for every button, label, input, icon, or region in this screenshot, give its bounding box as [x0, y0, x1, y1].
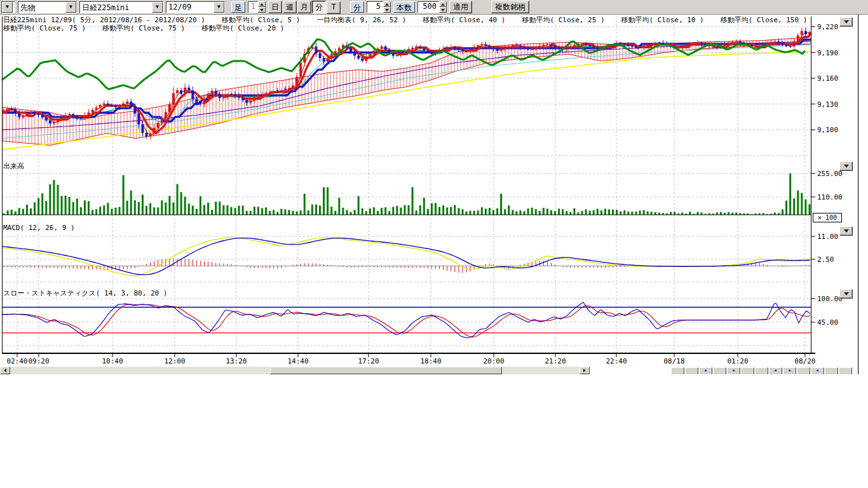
macd-panel-dropdown-button[interactable]	[839, 226, 853, 236]
price-panel-dropdown-button[interactable]	[839, 17, 853, 27]
chevron-down-icon	[844, 292, 849, 295]
svg-text:9,220: 9,220	[817, 23, 838, 31]
volume-multiplier-box: × 100	[813, 213, 842, 222]
svg-text:02:40: 02:40	[6, 357, 27, 365]
contract-month-value: 12/09	[166, 2, 214, 13]
mini-button[interactable]	[825, 367, 838, 374]
svg-text:22:40: 22:40	[606, 357, 627, 365]
period-button-T[interactable]: T	[327, 1, 341, 14]
chevron-down-icon	[844, 20, 849, 24]
legend-item: 移動平均( Close, 10 )	[621, 15, 704, 25]
svg-text:9,190: 9,190	[817, 49, 838, 57]
contract-month-select[interactable]: 12/09 ▼	[166, 1, 225, 13]
instrument-type-select[interactable]: 先物 ▼	[18, 1, 77, 13]
spin-up-icon[interactable]	[383, 1, 391, 7]
mini-button[interactable]: ▪	[783, 367, 796, 374]
minutes-value: 5	[367, 1, 383, 13]
svg-text:255.00: 255.00	[817, 170, 843, 178]
horizontal-scrollbar[interactable]	[0, 367, 590, 374]
legend-item: 移動平均( Close, 150 )	[721, 15, 808, 25]
scroll-right-button[interactable]	[580, 367, 590, 374]
chart-canvas[interactable]: 9,2209,1909,1609,1309,100255.00110.0011.…	[0, 0, 868, 381]
macd-series	[2, 237, 811, 276]
bottom-mini-toolbar: ▪▪▪▪▪	[671, 367, 868, 374]
volume-bars	[3, 173, 811, 215]
svg-text:08/18: 08/18	[663, 357, 684, 365]
spin-up-icon[interactable]	[258, 1, 266, 7]
period-button-週[interactable]: 週	[283, 1, 297, 13]
svg-text:110.00: 110.00	[817, 193, 843, 201]
svg-text:100.00: 100.00	[817, 295, 843, 303]
mini-button[interactable]	[755, 367, 768, 374]
arrow-left-icon	[4, 369, 6, 372]
scroll-track-right[interactable]	[502, 367, 580, 374]
scroll-left-button[interactable]	[0, 367, 10, 374]
svg-text:9,160: 9,160	[817, 74, 838, 83]
bars-count-label: 本数	[393, 1, 415, 13]
minutes-spinner[interactable]: 5	[367, 1, 391, 13]
mini-button[interactable]: ▪	[811, 367, 824, 374]
svg-text:12:00: 12:00	[164, 357, 185, 365]
svg-text:9,100: 9,100	[817, 126, 838, 134]
mini-button[interactable]	[671, 367, 684, 374]
svg-text:45.00: 45.00	[817, 318, 838, 327]
volume-panel-dropdown-button[interactable]	[839, 161, 853, 171]
multi-symbol-button[interactable]: 複数銘柄	[491, 1, 529, 13]
svg-text:17:20: 17:20	[358, 357, 379, 365]
spin-down-icon[interactable]	[383, 7, 391, 13]
bars-count-value: 500	[417, 1, 439, 13]
arrow-right-icon	[583, 369, 586, 372]
svg-text:10:40: 10:40	[102, 357, 123, 365]
spin-down-icon[interactable]	[258, 7, 266, 13]
spin-up-icon[interactable]	[439, 1, 447, 7]
toolbar: ▼ 先物 ▼ 日経225mini ▼ 12/09 ▼ 足 1 日週月分T 分 5…	[0, 0, 868, 15]
mini-button[interactable]	[741, 367, 754, 374]
mini-button[interactable]	[685, 367, 698, 374]
svg-text:20:00: 20:00	[483, 357, 504, 365]
scroll-track-left[interactable]	[10, 367, 270, 374]
svg-text:08/20: 08/20	[794, 357, 815, 365]
legend-item: 移動平均( Close, 25 )	[522, 15, 604, 25]
svg-text:09:20: 09:20	[28, 357, 49, 365]
volume-panel-label: 出来高	[3, 161, 24, 171]
legend-item: 移動平均( Close, 75 )	[102, 24, 185, 33]
svg-text:21:20: 21:20	[545, 357, 566, 365]
mini-dropdown[interactable]: ▼	[1, 1, 15, 13]
chevron-down-icon[interactable]: ▼	[214, 2, 224, 13]
svg-text:01:20: 01:20	[728, 357, 749, 365]
symbol-value: 日経225mini	[80, 2, 152, 13]
svg-text:9,130: 9,130	[817, 100, 838, 109]
mini-button[interactable]	[839, 367, 852, 374]
svg-text:14:40: 14:40	[287, 357, 308, 365]
apply-button[interactable]: 適用	[449, 1, 472, 13]
mini-button[interactable]: ▪	[699, 367, 712, 374]
scroll-thumb[interactable]	[270, 367, 502, 374]
mini-button[interactable]: ▪	[769, 367, 782, 374]
chevron-down-icon[interactable]: ▼	[2, 2, 13, 13]
period-button-月[interactable]: 月	[297, 1, 311, 13]
period-button-分[interactable]: 分	[312, 1, 326, 13]
svg-text:13:20: 13:20	[226, 357, 247, 365]
chevron-down-icon[interactable]: ▼	[152, 2, 163, 13]
spin-down-icon[interactable]	[439, 7, 447, 13]
mini-button[interactable]	[713, 367, 726, 374]
macd-panel-label: MACD( 12, 26, 9 )	[3, 224, 75, 232]
legend-item: 移動平均( Close, 40 )	[423, 15, 505, 25]
stochastic-series	[2, 302, 811, 338]
bars-count-spinner[interactable]: 500	[417, 1, 447, 13]
chevron-down-icon	[844, 229, 849, 233]
minutes-label: 分	[350, 1, 364, 13]
symbol-select[interactable]: 日経225mini ▼	[79, 1, 163, 13]
stoch-panel-dropdown-button[interactable]	[839, 289, 853, 299]
period-button-group: 日週月分T	[268, 1, 341, 14]
legend-item: 移動平均( Close, 20 )	[201, 24, 284, 33]
mini-button[interactable]	[797, 367, 810, 374]
chart-legend-line2: 移動平均( Close, 75 )移動平均( Close, 75 )移動平均( …	[3, 24, 284, 33]
mini-button[interactable]: ▪	[727, 367, 740, 374]
bar-interval-value: 1	[248, 1, 258, 13]
svg-text:2.50: 2.50	[817, 255, 834, 264]
stoch-panel-label: スロー・ストキャスティクス( 14, 3, 80, 20 )	[3, 288, 167, 298]
chevron-down-icon[interactable]: ▼	[65, 2, 76, 13]
period-button-日[interactable]: 日	[268, 1, 282, 13]
bar-interval-spinner[interactable]: 1	[248, 1, 266, 13]
